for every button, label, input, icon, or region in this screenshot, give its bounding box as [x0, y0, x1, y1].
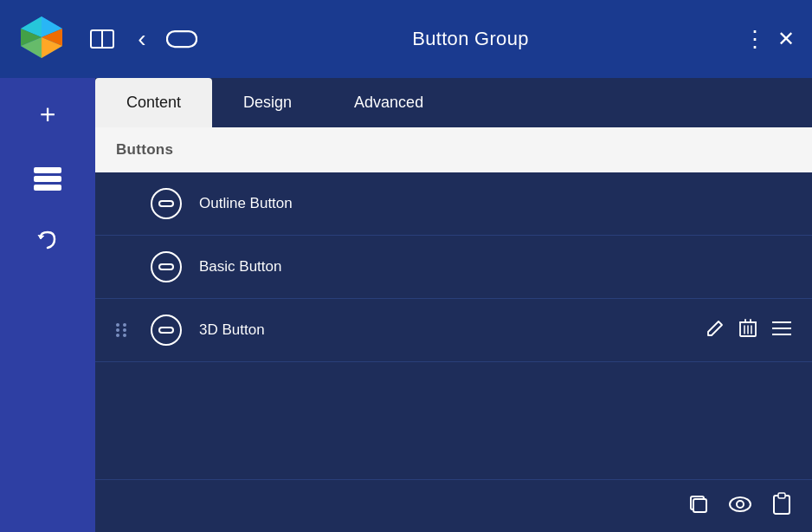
panel-toggle-icon[interactable]: [87, 23, 118, 55]
main-area: + Content Design Advanced: [0, 78, 812, 532]
svg-rect-12: [34, 185, 61, 191]
clipboard-icon[interactable]: [772, 492, 791, 520]
tab-content[interactable]: Content: [95, 78, 212, 127]
svg-rect-10: [34, 167, 61, 173]
add-button[interactable]: +: [29, 95, 67, 133]
tabs-container: Content Design Advanced: [95, 78, 812, 127]
list-item: Outline Button: [95, 172, 812, 236]
header-right-actions: ⋮ ✕: [744, 26, 795, 53]
sidebar: +: [0, 78, 95, 532]
delete-icon[interactable]: [739, 319, 757, 342]
content-panel: Content Design Advanced Buttons Outline …: [95, 78, 812, 532]
list-item: 3D Button: [95, 299, 812, 362]
drag-handle[interactable]: [116, 323, 133, 337]
edit-icon[interactable]: [706, 320, 724, 341]
logo: [17, 13, 66, 65]
svg-point-25: [730, 497, 751, 511]
buttons-list: Outline Button Basic Button: [95, 172, 812, 362]
list-item-label: Basic Button: [199, 258, 791, 276]
menu-icon[interactable]: [772, 321, 791, 341]
preview-icon[interactable]: [729, 495, 751, 517]
back-icon[interactable]: ‹: [126, 23, 158, 55]
svg-rect-9: [167, 31, 197, 47]
button-type-icon: [151, 188, 182, 219]
tab-design[interactable]: Design: [212, 78, 323, 127]
close-icon[interactable]: ✕: [777, 27, 795, 51]
button-type-icon: [151, 315, 182, 346]
undo-icon[interactable]: [29, 224, 67, 262]
svg-rect-11: [34, 176, 61, 182]
bottom-toolbar: [95, 479, 812, 532]
header: ‹ Button Group ⋮ ✕: [0, 0, 812, 78]
svg-rect-24: [693, 499, 706, 512]
button-type-icon: [151, 251, 182, 282]
more-options-icon[interactable]: ⋮: [744, 26, 767, 53]
section-header: Buttons: [95, 127, 812, 172]
list-item-label: 3D Button: [199, 321, 689, 339]
duplicate-icon[interactable]: [687, 493, 708, 519]
tab-advanced[interactable]: Advanced: [323, 78, 454, 127]
component-icon[interactable]: [166, 23, 197, 55]
svg-rect-28: [778, 493, 785, 498]
layers-icon[interactable]: [29, 159, 67, 198]
list-item: Basic Button: [95, 236, 812, 299]
page-title: Button Group: [211, 28, 730, 50]
list-item-label: Outline Button: [199, 195, 791, 212]
header-icons-group: ‹: [87, 23, 197, 55]
item-actions: [706, 319, 791, 342]
svg-point-26: [737, 501, 744, 508]
